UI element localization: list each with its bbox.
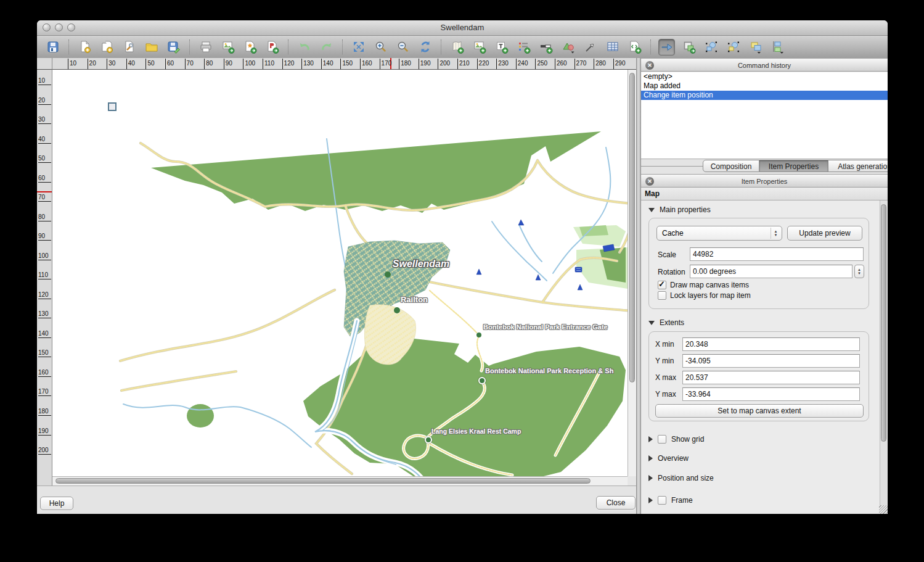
map-item[interactable] [52,70,628,476]
chevron-right-icon[interactable] [648,455,653,461]
dock-splitter[interactable] [636,58,641,514]
h-ruler-tick: 220 [477,59,489,69]
print-button[interactable] [197,39,214,56]
close-panel-icon[interactable]: ✕ [645,177,654,186]
rotation-input[interactable] [690,265,852,278]
h-ruler-tick: 100 [243,59,255,69]
section-overview[interactable]: Overview [648,454,689,463]
paper-page[interactable]: SwellendamRailtonBontebok National Park … [52,70,628,476]
zoom-window-button[interactable] [67,23,75,31]
redo-button[interactable] [318,39,335,56]
ungroup-items-button[interactable] [725,39,742,56]
zoom-out-button[interactable] [395,39,411,56]
tab-atlas-generation[interactable]: Atlas generation [828,160,888,172]
v-ruler: 1020304050607080901001101201301401501601… [37,70,52,486]
panel-scrollbar[interactable] [880,200,887,514]
history-item[interactable]: Change item position [641,91,888,100]
add-new-scalebar-button[interactable] [538,39,554,56]
export-as-image-button[interactable] [219,39,236,56]
chevron-down-icon[interactable] [648,321,655,325]
close-window-button[interactable] [43,23,51,31]
draw-map-canvas-items-checkbox[interactable] [658,281,666,289]
add-arrow-button[interactable] [582,39,599,56]
command-history-list[interactable]: <empty>Map addedChange item position [641,72,888,159]
duplicate-composition-button[interactable] [99,39,115,56]
chevron-down-icon[interactable] [648,208,655,212]
h-ruler-tick: 120 [282,59,295,69]
new-composition-button[interactable] [76,39,93,56]
v-ruler-tick: 160 [38,369,51,377]
add-new-label-button[interactable] [493,39,510,56]
chevron-right-icon[interactable] [648,436,653,442]
move-item-content-button[interactable] [681,39,697,56]
toolbar-separator [288,39,288,54]
history-item[interactable]: <empty> [641,72,888,81]
add-attribute-table-button[interactable] [604,39,621,56]
minimize-window-button[interactable] [55,23,63,31]
panel-scrollbar-thumb[interactable] [881,204,886,442]
tab-composition[interactable]: Composition [703,160,759,172]
h-scrollbar-thumb[interactable] [55,478,591,484]
preview-mode-select[interactable]: Cache ▲▼ [656,226,782,241]
update-preview-button[interactable]: Update preview [787,226,862,241]
small-composer-item[interactable] [108,103,116,110]
section-show-grid[interactable]: Show grid [648,435,704,444]
main-properties-section-header[interactable]: Main properties [648,205,711,214]
help-button[interactable]: Help [40,497,73,510]
zoom-in-button[interactable] [372,39,389,56]
select-move-item-button[interactable] [658,39,675,56]
extents-section-header[interactable]: Extents [648,318,684,327]
save-project-button[interactable] [44,39,61,56]
raise-selected-items-button[interactable] [747,39,764,56]
lock-layers-checkbox[interactable] [658,291,666,300]
export-as-svg-button[interactable] [242,39,258,56]
overview-label: Overview [658,454,689,463]
add-basic-shape-button[interactable] [560,39,576,56]
history-item[interactable]: Map added [641,81,888,91]
set-to-map-canvas-extent-button[interactable]: Set to map canvas extent [655,404,864,418]
section-position-and-size[interactable]: Position and size [648,474,714,482]
undo-button[interactable] [296,39,313,56]
load-from-template-button[interactable] [143,39,160,56]
show-grid-checkbox[interactable] [658,435,666,444]
tab-item-properties[interactable]: Item Properties [759,160,828,172]
zoom-full-button[interactable] [350,39,367,56]
export-as-pdf-button[interactable] [264,39,280,56]
rotation-spinner[interactable]: ▲▼ [854,265,864,278]
screen: Swellendam [0,0,924,562]
add-html-frame-button[interactable] [626,39,643,56]
canvas-v-scrollbar[interactable] [628,70,636,476]
canvas-h-scrollbar[interactable] [52,476,628,486]
align-selected-items-button[interactable] [769,39,786,56]
main-properties-group: Cache ▲▼ Update preview Scale Rotation ▲… [648,218,869,309]
y-max-input[interactable] [682,387,860,401]
v-ruler-tick: 40 [38,136,51,144]
draw-map-canvas-items-row[interactable]: Draw map canvas items [658,281,749,289]
save-as-template-button[interactable] [165,39,182,56]
frame-checkbox[interactable] [658,496,666,505]
v-ruler-tick: 120 [38,291,51,299]
lock-layers-row[interactable]: Lock layers for map item [658,291,751,300]
scale-input[interactable] [690,247,864,261]
x-min-input[interactable] [682,337,860,351]
close-panel-icon[interactable]: ✕ [645,61,654,70]
y-min-input[interactable] [682,354,860,368]
add-new-map-button[interactable] [449,39,465,56]
work-area: 1020304050607080901001101201301401501601… [37,58,888,514]
v-ruler-tick: 100 [38,252,51,260]
x-max-input[interactable] [682,371,860,384]
chevron-right-icon[interactable] [648,475,653,481]
section-frame[interactable]: Frame [648,496,693,505]
chevron-right-icon[interactable] [648,497,653,503]
v-scrollbar-thumb[interactable] [629,73,635,382]
command-history-titlebar: ✕ Command history [641,58,888,72]
h-ruler-tick: 190 [419,59,431,69]
resize-grip[interactable] [879,505,888,514]
add-new-legend-button[interactable] [515,39,532,56]
close-button[interactable]: Close [596,496,636,510]
composition-canvas[interactable]: SwellendamRailtonBontebok National Park … [52,70,636,486]
composition-manager-button[interactable] [121,39,137,56]
refresh-view-button[interactable] [417,39,433,56]
group-items-button[interactable] [703,39,719,56]
add-image-button[interactable] [471,39,488,56]
